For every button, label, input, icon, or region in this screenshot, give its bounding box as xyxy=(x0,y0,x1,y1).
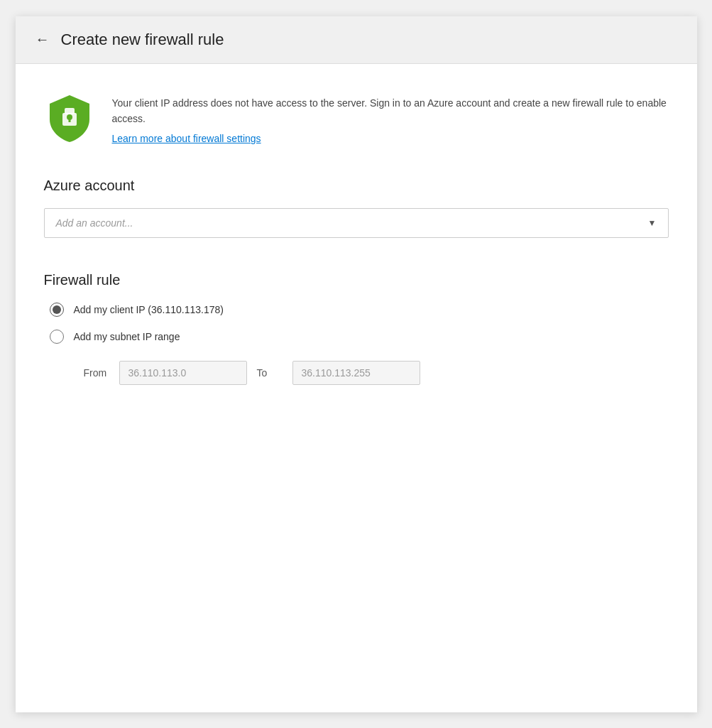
account-dropdown[interactable]: Add an account... ▼ xyxy=(44,208,669,238)
dialog-container: ← Create new firewall rule Your client I… xyxy=(16,16,697,712)
learn-more-link[interactable]: Learn more about firewall settings xyxy=(112,133,261,144)
info-description: Your client IP address does not have acc… xyxy=(112,95,669,127)
firewall-radio-group: Add my client IP (36.110.113.178) Add my… xyxy=(44,303,669,385)
account-dropdown-placeholder: Add an account... xyxy=(56,217,133,229)
azure-account-title: Azure account xyxy=(44,178,669,194)
dialog-content: Your client IP address does not have acc… xyxy=(16,64,697,712)
to-label: To xyxy=(257,367,283,379)
back-button[interactable]: ← xyxy=(35,31,50,48)
to-ip-input[interactable] xyxy=(292,361,420,385)
chevron-down-icon: ▼ xyxy=(648,218,657,228)
dialog-header: ← Create new firewall rule xyxy=(16,16,697,64)
azure-account-section: Azure account Add an account... ▼ xyxy=(44,178,669,238)
firewall-rule-section: Firewall rule Add my client IP (36.110.1… xyxy=(44,272,669,385)
client-ip-label: Add my client IP (36.110.113.178) xyxy=(74,304,224,315)
from-ip-input[interactable] xyxy=(119,361,247,385)
subnet-radio[interactable] xyxy=(50,330,64,344)
subnet-label: Add my subnet IP range xyxy=(74,331,180,342)
shield-icon xyxy=(44,92,95,143)
subnet-range-inputs: From To xyxy=(50,361,669,385)
client-ip-radio[interactable] xyxy=(50,303,64,317)
from-label: From xyxy=(84,367,109,379)
svg-rect-3 xyxy=(68,117,70,122)
info-text-block: Your client IP address does not have acc… xyxy=(112,92,669,146)
info-banner: Your client IP address does not have acc… xyxy=(44,85,669,153)
option-client-ip[interactable]: Add my client IP (36.110.113.178) xyxy=(50,303,669,317)
option-subnet[interactable]: Add my subnet IP range xyxy=(50,330,669,344)
page-title: Create new firewall rule xyxy=(61,31,224,49)
firewall-rule-title: Firewall rule xyxy=(44,272,669,288)
